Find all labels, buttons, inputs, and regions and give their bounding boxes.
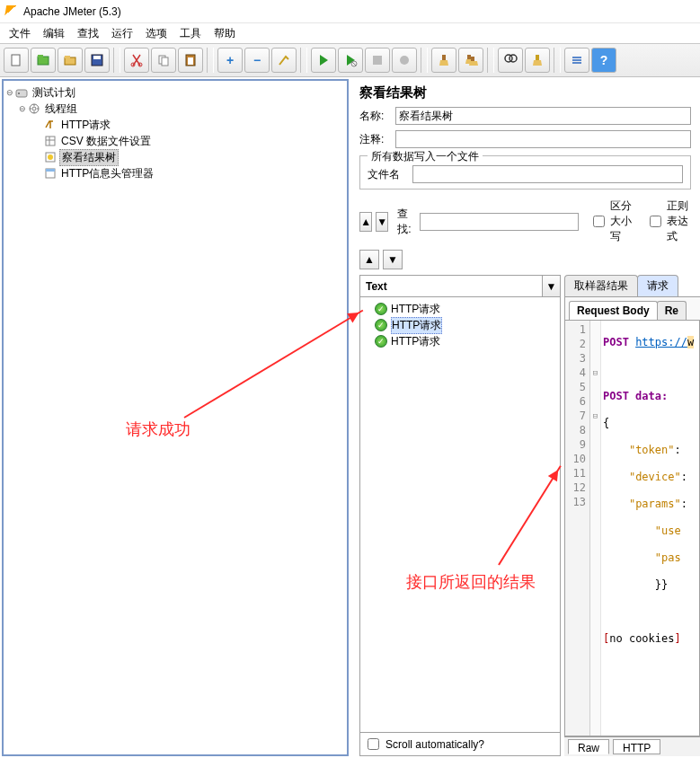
tree-label: CSV 数据文件设置 <box>59 134 153 149</box>
paste-button[interactable] <box>178 48 203 73</box>
test-plan-tree[interactable]: ⊖ 测试计划 ⊖ 线程组 HTTP请求 CSV 数据文件设置 <box>4 81 347 185</box>
menu-options[interactable]: 选项 <box>146 26 167 40</box>
new-file-button[interactable] <box>4 48 29 73</box>
search-row: ▲ ▼ 查找: 区分大小写 正则表达式 <box>359 198 691 244</box>
filename-input[interactable] <box>412 165 683 183</box>
svg-rect-17 <box>442 55 446 60</box>
expand-button[interactable]: + <box>217 48 243 73</box>
clear-button[interactable] <box>431 48 456 73</box>
next-result-button[interactable]: ▼ <box>376 212 388 232</box>
menu-run[interactable]: 运行 <box>111 26 133 40</box>
svg-point-34 <box>48 154 53 160</box>
svg-rect-6 <box>93 56 101 59</box>
csv-config-icon <box>43 134 58 148</box>
results-split: Text ▼ ✓ HTTP请求 ✓ HTTP请求 <box>359 275 700 756</box>
results-search-input[interactable] <box>420 213 579 231</box>
toggle-button[interactable] <box>271 48 297 73</box>
tab-raw[interactable]: Raw <box>568 739 609 754</box>
collapse-results-button[interactable]: ▼ <box>383 250 403 269</box>
line-number-gutter: 12345678910111213 <box>565 321 590 736</box>
filename-label: 文件名 <box>368 167 412 182</box>
test-plan-tree-pane: ⊖ 测试计划 ⊖ 线程组 HTTP请求 CSV 数据文件设置 <box>2 79 349 756</box>
help-button[interactable]: ? <box>591 48 616 73</box>
result-item[interactable]: ✓ HTTP请求 <box>362 333 558 349</box>
tab-request-headers[interactable]: Re <box>657 301 687 320</box>
scroll-auto-checkbox[interactable]: Scroll automatically? <box>364 736 484 753</box>
tree-node-header-manager[interactable]: HTTP信息头管理器 <box>5 165 345 181</box>
function-helper-button[interactable] <box>564 48 589 73</box>
view-results-icon <box>43 150 58 164</box>
tab-http[interactable]: HTTP <box>613 739 660 754</box>
title-bar: Apache JMeter (5.3) <box>0 0 700 23</box>
tree-label: 察看结果树 <box>59 149 119 166</box>
menu-bar: 文件 编辑 查找 运行 选项 工具 帮助 <box>0 23 700 43</box>
thread-group-icon <box>27 101 41 116</box>
svg-point-27 <box>18 93 20 94</box>
detail-bottom-tabs: Raw HTTP <box>564 736 700 756</box>
svg-point-29 <box>32 107 36 110</box>
svg-rect-30 <box>46 137 55 145</box>
window-title: Apache JMeter (5.3) <box>23 5 121 18</box>
panel-title: 察看结果树 <box>350 79 700 103</box>
tab-request-body[interactable]: Request Body <box>569 301 658 320</box>
svg-rect-12 <box>188 57 193 65</box>
tree-node-threadgroup[interactable]: ⊖ 线程组 <box>5 101 345 117</box>
svg-rect-36 <box>46 169 55 172</box>
open-button[interactable] <box>58 48 83 73</box>
expand-results-button[interactable]: ▲ <box>359 250 379 269</box>
render-dropdown[interactable]: Text ▼ <box>360 276 560 297</box>
svg-rect-1 <box>38 57 49 65</box>
tree-handle[interactable]: ⊖ <box>18 104 27 113</box>
clear-all-button[interactable] <box>458 48 483 73</box>
collapse-button[interactable]: − <box>244 48 270 73</box>
result-item[interactable]: ✓ HTTP请求 <box>362 317 558 333</box>
svg-point-16 <box>400 56 409 65</box>
result-label: HTTP请求 <box>391 302 440 317</box>
tree-node-http-request[interactable]: HTTP请求 <box>5 117 345 133</box>
menu-search[interactable]: 查找 <box>77 26 99 40</box>
tree-node-testplan[interactable]: ⊖ 测试计划 <box>5 84 345 101</box>
regex-checkbox[interactable]: 正则表达式 <box>646 198 692 244</box>
case-sensitive-checkbox[interactable]: 区分大小写 <box>589 198 635 244</box>
tree-node-view-results[interactable]: 察看结果树 <box>5 149 345 165</box>
menu-tools[interactable]: 工具 <box>180 26 201 40</box>
write-file-group: 所有数据写入一个文件 文件名 <box>359 155 691 190</box>
scroll-auto-row: Scroll automatically? <box>360 732 560 755</box>
reset-search-button[interactable] <box>525 48 550 73</box>
copy-button[interactable] <box>151 48 176 73</box>
tree-node-csv[interactable]: CSV 数据文件设置 <box>5 133 345 149</box>
test-plan-icon <box>14 85 29 100</box>
start-no-timers-button[interactable] <box>338 48 363 73</box>
prev-result-button[interactable]: ▲ <box>359 212 372 232</box>
menu-help[interactable]: 帮助 <box>214 26 235 40</box>
name-input[interactable] <box>395 107 691 125</box>
detail-sub-tabs: Request Body Re <box>564 296 700 320</box>
menu-file[interactable]: 文件 <box>9 26 31 40</box>
svg-rect-15 <box>373 56 382 65</box>
save-button[interactable] <box>84 48 110 73</box>
cut-button[interactable] <box>124 48 149 73</box>
svg-point-21 <box>509 55 517 62</box>
tree-handle[interactable]: ⊖ <box>5 88 14 97</box>
tab-request[interactable]: 请求 <box>637 275 678 296</box>
svg-rect-10 <box>162 57 168 66</box>
tree-label: 测试计划 <box>31 85 77 101</box>
svg-line-14 <box>352 62 356 66</box>
tab-sampler-result[interactable]: 取样器结果 <box>564 275 638 296</box>
comment-input[interactable] <box>395 130 691 148</box>
start-button[interactable] <box>311 48 336 73</box>
code-content[interactable]: POST https://w POST data: { "token": "de… <box>601 321 699 736</box>
open-templates-button[interactable] <box>31 48 56 73</box>
results-tree[interactable]: ✓ HTTP请求 ✓ HTTP请求 ✓ HTTP请求 <box>360 297 560 732</box>
result-item[interactable]: ✓ HTTP请求 <box>362 301 558 317</box>
header-manager-icon <box>43 166 58 181</box>
stop-button[interactable] <box>365 48 390 73</box>
search-button[interactable] <box>498 48 523 73</box>
svg-rect-26 <box>16 90 27 97</box>
search-label: 查找: <box>397 207 412 237</box>
results-list-panel: Text ▼ ✓ HTTP请求 ✓ HTTP请求 <box>359 275 561 756</box>
fold-gutter: ⊟⊟ <box>590 321 601 736</box>
chevron-down-icon[interactable]: ▼ <box>542 276 560 296</box>
shutdown-button[interactable] <box>392 48 417 73</box>
menu-edit[interactable]: 编辑 <box>43 26 65 40</box>
